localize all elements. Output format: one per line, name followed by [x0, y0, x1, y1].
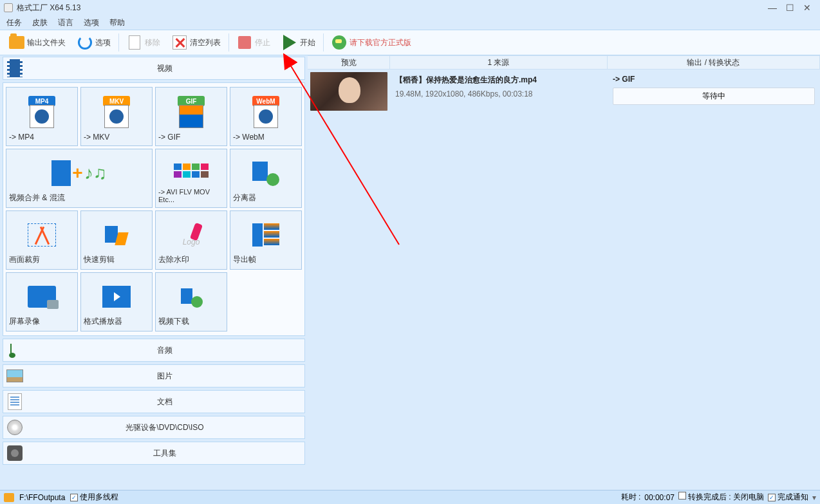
- chevron-down-icon[interactable]: ▾: [812, 493, 816, 502]
- eraser-icon: Logo: [178, 223, 204, 247]
- video-merge-tile[interactable]: +♪♫ 视频合并 & 混流: [6, 149, 153, 208]
- format-mkv-tile[interactable]: MKV -> MKV: [80, 87, 153, 146]
- quick-edit-tile[interactable]: 快速剪辑: [80, 210, 153, 270]
- toolkit-icon: [7, 445, 23, 461]
- after-done-checkbox[interactable]: 转换完成后 : 关闭电脑: [678, 492, 764, 503]
- status-output-path[interactable]: F:\FFOutputa: [19, 493, 65, 502]
- elapsed-label: 耗时 :: [621, 492, 641, 503]
- splitter-label: 分离器: [233, 192, 256, 203]
- format-mp4-label: -> MP4: [9, 133, 34, 142]
- player-tile[interactable]: 格式播放器: [80, 272, 153, 331]
- category-document-label: 文档: [28, 397, 302, 407]
- options-icon: [78, 35, 92, 50]
- minimize-button[interactable]: —: [768, 3, 777, 12]
- start-button[interactable]: 开始: [277, 32, 321, 53]
- toolbar: 输出文件夹 选项 移除 清空列表 停止 开始 请下载官方正式版: [0, 30, 820, 55]
- splitter-tile[interactable]: 分离器: [230, 149, 302, 208]
- left-panel: 视频 MP4 -> MP4 MKV -> MKV GIF -> GIF WebM: [0, 55, 308, 490]
- notify-checkbox[interactable]: ✓完成通知: [768, 492, 808, 503]
- menu-help[interactable]: 帮助: [109, 17, 125, 28]
- category-audio-header[interactable]: 音频: [3, 339, 305, 362]
- format-gif-tile[interactable]: GIF -> GIF: [155, 87, 227, 146]
- remove-watermark-tile[interactable]: Logo 去除水印: [155, 210, 227, 270]
- task-row[interactable]: 【稻香】保持热爱是治愈生活的良方.mp4 19.48M, 1920x1080, …: [308, 70, 820, 113]
- format-webm-label: -> WebM: [233, 133, 265, 142]
- format-mkv-label: -> MKV: [84, 133, 109, 142]
- category-disc-header[interactable]: 光驱设备\DVD\CD\ISO: [3, 416, 305, 439]
- film-icon: [7, 59, 23, 77]
- header-preview: 预览: [308, 56, 390, 69]
- folder-icon: [9, 36, 24, 49]
- remove-button[interactable]: 移除: [122, 32, 165, 53]
- play-icon: [283, 35, 296, 50]
- export-frame-tile[interactable]: 导出帧: [230, 210, 302, 270]
- status-folder-icon[interactable]: [4, 493, 14, 502]
- output-folder-button[interactable]: 输出文件夹: [4, 32, 71, 53]
- category-video-header[interactable]: 视频: [3, 57, 305, 80]
- player-label: 格式播放器: [84, 316, 122, 327]
- toolbar-separator: [323, 33, 324, 51]
- disc-icon: [7, 420, 23, 435]
- document-icon: [129, 35, 140, 50]
- status-bar: F:\FFOutputa ✓使用多线程 耗时 : 00:00:07 转换完成后 …: [0, 490, 820, 504]
- menu-options[interactable]: 选项: [84, 17, 99, 28]
- task-meta: 19.48M, 1920x1080, 486Kbps, 00:03:18: [395, 89, 602, 98]
- maximize-button[interactable]: ☐: [786, 3, 794, 12]
- stop-icon: [238, 36, 251, 49]
- download-official-label: 请下载官方正式版: [349, 37, 411, 48]
- stop-label: 停止: [255, 37, 270, 48]
- format-avi-etc-tile[interactable]: -> AVI FLV MOV Etc...: [155, 149, 227, 208]
- start-label: 开始: [300, 37, 315, 48]
- remove-label: 移除: [145, 37, 160, 48]
- category-toolkit-header[interactable]: 工具集: [3, 442, 305, 465]
- category-toolkit-label: 工具集: [28, 448, 302, 459]
- menu-language[interactable]: 语言: [58, 17, 73, 28]
- output-folder-label: 输出文件夹: [27, 37, 66, 48]
- multithread-checkbox[interactable]: ✓使用多线程: [70, 492, 118, 503]
- task-status-button[interactable]: 等待中: [613, 88, 815, 105]
- video-merge-label: 视频合并 & 混流: [9, 192, 65, 203]
- app-icon: [4, 3, 13, 12]
- quick-edit-icon: [102, 223, 131, 247]
- crop-icon: [28, 223, 56, 247]
- header-output: 输出 / 转换状态: [608, 56, 820, 69]
- category-document-header[interactable]: 文档: [3, 390, 305, 413]
- clear-list-button[interactable]: 清空列表: [167, 32, 226, 53]
- format-avi-etc-label: -> AVI FLV MOV Etc...: [158, 188, 224, 203]
- globe-icon: [332, 35, 346, 50]
- quick-edit-label: 快速剪辑: [84, 254, 115, 265]
- menu-skin[interactable]: 皮肤: [32, 17, 48, 28]
- toolbar-separator: [228, 33, 229, 51]
- export-frame-label: 导出帧: [233, 254, 256, 265]
- stop-button[interactable]: 停止: [232, 32, 275, 53]
- clear-icon: [172, 35, 187, 50]
- category-image-header[interactable]: 图片: [3, 364, 305, 387]
- category-image-label: 图片: [28, 371, 302, 382]
- player-icon: [102, 286, 131, 308]
- video-download-label: 视频下载: [158, 316, 189, 327]
- category-video-label: 视频: [28, 63, 302, 74]
- download-official-link[interactable]: 请下载官方正式版: [326, 32, 416, 53]
- toolbar-separator: [118, 33, 119, 51]
- header-source: 1 来源: [390, 56, 608, 69]
- crop-label: 画面裁剪: [9, 254, 40, 265]
- screen-record-icon: [28, 286, 56, 308]
- crop-tile[interactable]: 画面裁剪: [6, 210, 78, 270]
- format-mp4-tile[interactable]: MP4 -> MP4: [6, 87, 78, 146]
- screen-record-tile[interactable]: 屏幕录像: [6, 272, 78, 331]
- close-button[interactable]: ✕: [803, 3, 811, 12]
- window-titlebar: 格式工厂 X64 5.13 — ☐ ✕: [0, 0, 820, 15]
- image-icon: [6, 369, 23, 382]
- video-download-tile[interactable]: 视频下载: [155, 272, 227, 331]
- format-webm-tile[interactable]: WebM -> WebM: [230, 87, 302, 146]
- task-target-format: -> GIF: [613, 75, 815, 84]
- task-thumbnail: [308, 72, 390, 111]
- options-button[interactable]: 选项: [72, 32, 116, 53]
- download-icon: [178, 286, 204, 308]
- format-gif-label: -> GIF: [158, 133, 180, 142]
- remove-watermark-label: 去除水印: [158, 254, 189, 265]
- task-table-header: 预览 1 来源 输出 / 转换状态: [308, 55, 820, 70]
- task-title: 【稻香】保持热爱是治愈生活的良方.mp4: [395, 75, 602, 86]
- options-label: 选项: [95, 37, 111, 48]
- menu-task[interactable]: 任务: [6, 17, 22, 28]
